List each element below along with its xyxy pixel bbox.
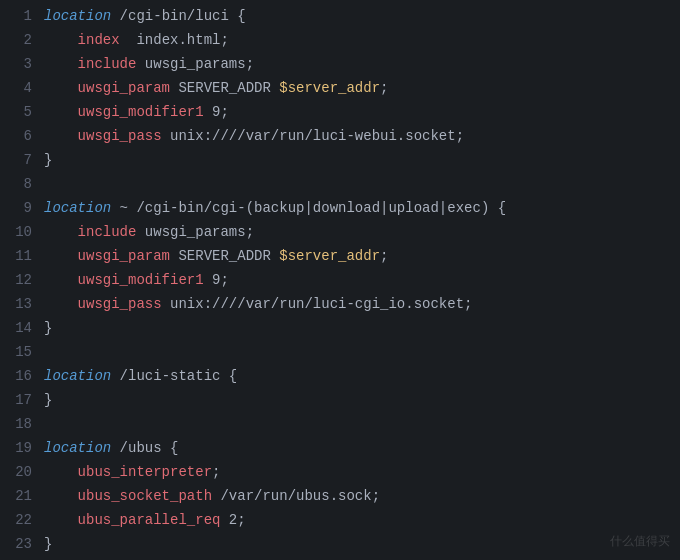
code-line: uwsgi_param SERVER_ADDR $server_addr; (44, 76, 672, 100)
code-line: location /cgi-bin/luci { (44, 4, 672, 28)
code-line: include uwsgi_params; (44, 220, 672, 244)
code-line (44, 172, 672, 196)
token-punctuation: } (44, 152, 52, 168)
token-kw-uwsgi: uwsgi_pass (78, 128, 162, 144)
line-number: 18 (8, 412, 32, 436)
code-line: ubus_interpreter; (44, 460, 672, 484)
code-line: include uwsgi_params; (44, 52, 672, 76)
token-punctuation: { (170, 440, 178, 456)
line-number: 11 (8, 244, 32, 268)
token-val-variable: $server_addr (279, 80, 380, 96)
token-text-white: /var/run/ubus.sock; (212, 488, 380, 504)
token-kw-uwsgi: uwsgi_param (78, 248, 170, 264)
token-text-white (44, 224, 78, 240)
code-editor: 1234567891011121314151617181920212223 lo… (0, 0, 680, 560)
token-text-white (44, 80, 78, 96)
token-punctuation: { (229, 368, 237, 384)
token-text-white: /cgi-bin/luci (111, 8, 237, 24)
code-line: uwsgi_modifier1 9; (44, 268, 672, 292)
line-number: 17 (8, 388, 32, 412)
watermark: 什么值得买 (610, 533, 670, 550)
token-text-white (44, 32, 78, 48)
token-text-white (44, 296, 78, 312)
code-line: location /luci-static { (44, 364, 672, 388)
token-text-white: 9; (204, 104, 229, 120)
code-line (44, 340, 672, 364)
line-number: 12 (8, 268, 32, 292)
code-line: } (44, 388, 672, 412)
line-number: 13 (8, 292, 32, 316)
line-number: 7 (8, 148, 32, 172)
line-number: 23 (8, 532, 32, 556)
line-numbers: 1234567891011121314151617181920212223 (0, 4, 44, 556)
line-number: 22 (8, 508, 32, 532)
token-text-white: 2; (220, 512, 245, 528)
code-line: } (44, 532, 672, 556)
token-text-white (44, 104, 78, 120)
token-text-white: unix:////var/run/luci-cgi_io.socket; (162, 296, 473, 312)
code-line: } (44, 316, 672, 340)
token-text-white (44, 248, 78, 264)
token-text-white (44, 56, 78, 72)
token-punctuation: } (44, 392, 52, 408)
token-text-white: SERVER_ADDR (170, 248, 279, 264)
token-punctuation: { (498, 200, 506, 216)
token-kw-location: location (44, 200, 111, 216)
line-number: 19 (8, 436, 32, 460)
line-number: 3 (8, 52, 32, 76)
token-text-white: /luci-static (111, 368, 229, 384)
code-line: index index.html; (44, 28, 672, 52)
code-line: location /ubus { (44, 436, 672, 460)
token-punctuation: } (44, 320, 52, 336)
token-punctuation: } (44, 536, 52, 552)
code-line: location ~ /cgi-bin/cgi-(backup|download… (44, 196, 672, 220)
token-text-white: ~ /cgi-bin/cgi-(backup|download|upload|e… (111, 200, 497, 216)
line-number: 10 (8, 220, 32, 244)
token-text-white: 9; (204, 272, 229, 288)
line-number: 8 (8, 172, 32, 196)
token-kw-uwsgi: uwsgi_param (78, 80, 170, 96)
token-kw-uwsgi: ubus_interpreter (78, 464, 212, 480)
token-text-white: unix:////var/run/luci-webui.socket; (162, 128, 464, 144)
token-punctuation: { (237, 8, 245, 24)
token-val-variable: $server_addr (279, 248, 380, 264)
token-kw-uwsgi: ubus_parallel_req (78, 512, 221, 528)
token-kw-directive: include (78, 56, 137, 72)
line-number: 21 (8, 484, 32, 508)
line-number: 1 (8, 4, 32, 28)
token-text-white: ; (380, 80, 388, 96)
line-number: 16 (8, 364, 32, 388)
token-text-white: /ubus (111, 440, 170, 456)
code-line: uwsgi_param SERVER_ADDR $server_addr; (44, 244, 672, 268)
line-number: 4 (8, 76, 32, 100)
code-content: location /cgi-bin/luci { index index.htm… (44, 4, 680, 556)
token-text-white: ; (212, 464, 220, 480)
line-number: 6 (8, 124, 32, 148)
token-text-white: index.html; (120, 32, 229, 48)
token-kw-directive: include (78, 224, 137, 240)
code-line: uwsgi_pass unix:////var/run/luci-cgi_io.… (44, 292, 672, 316)
token-kw-location: location (44, 8, 111, 24)
token-text-white (44, 464, 78, 480)
token-text-white: ; (380, 248, 388, 264)
code-line: ubus_parallel_req 2; (44, 508, 672, 532)
code-line: ubus_socket_path /var/run/ubus.sock; (44, 484, 672, 508)
token-text-white: uwsgi_params; (136, 224, 254, 240)
token-kw-uwsgi: uwsgi_modifier1 (78, 104, 204, 120)
token-text-white (44, 128, 78, 144)
code-line: } (44, 148, 672, 172)
token-text-white: SERVER_ADDR (170, 80, 279, 96)
line-number: 14 (8, 316, 32, 340)
line-number: 9 (8, 196, 32, 220)
token-kw-directive: index (78, 32, 120, 48)
token-text-white (44, 512, 78, 528)
code-line: uwsgi_pass unix:////var/run/luci-webui.s… (44, 124, 672, 148)
line-number: 15 (8, 340, 32, 364)
token-text-white: uwsgi_params; (136, 56, 254, 72)
line-number: 20 (8, 460, 32, 484)
code-line: uwsgi_modifier1 9; (44, 100, 672, 124)
token-text-white (44, 488, 78, 504)
line-number: 5 (8, 100, 32, 124)
code-line (44, 412, 672, 436)
token-kw-uwsgi: uwsgi_modifier1 (78, 272, 204, 288)
